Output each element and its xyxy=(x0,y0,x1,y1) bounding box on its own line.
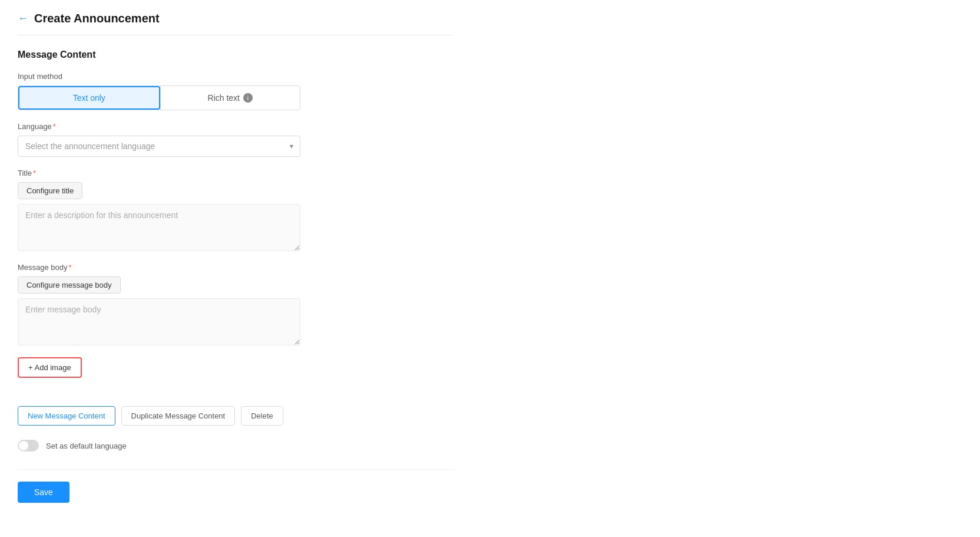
configure-message-body-button[interactable]: Configure message body xyxy=(18,276,121,294)
save-button[interactable]: Save xyxy=(18,482,69,503)
language-required-star: * xyxy=(53,122,56,131)
duplicate-message-content-button[interactable]: Duplicate Message Content xyxy=(121,406,236,426)
title-group: Title* Configure title xyxy=(18,169,453,251)
default-language-row: Set as default language xyxy=(18,440,453,452)
input-method-toggle: Text only Rich text i xyxy=(18,85,300,110)
add-image-button[interactable]: + Add image xyxy=(18,357,82,378)
rich-text-label: Rich text xyxy=(208,93,240,103)
delete-button[interactable]: Delete xyxy=(241,406,283,426)
rich-text-button[interactable]: Rich text i xyxy=(160,86,300,110)
language-label: Language* xyxy=(18,122,453,131)
input-method-group: Input method Text only Rich text i xyxy=(18,72,453,110)
configure-title-button[interactable]: Configure title xyxy=(18,182,82,199)
message-body-required-star: * xyxy=(69,263,72,272)
add-image-container: + Add image xyxy=(18,357,453,392)
input-method-label: Input method xyxy=(18,72,453,81)
language-select[interactable]: Select the announcement language xyxy=(18,136,300,157)
text-only-button[interactable]: Text only xyxy=(18,86,160,110)
rich-text-info-icon[interactable]: i xyxy=(243,93,253,103)
page-title: Create Announcement xyxy=(34,12,160,25)
default-language-label: Set as default language xyxy=(46,442,127,450)
back-button[interactable]: ← xyxy=(18,12,28,25)
title-textarea[interactable] xyxy=(18,204,300,251)
default-language-toggle[interactable] xyxy=(18,440,39,452)
section-divider xyxy=(18,469,453,470)
message-body-group: Message body* Configure message body xyxy=(18,263,453,345)
message-body-textarea[interactable] xyxy=(18,298,300,345)
new-message-content-button[interactable]: New Message Content xyxy=(18,406,115,426)
action-buttons-group: New Message Content Duplicate Message Co… xyxy=(18,406,453,426)
title-required-star: * xyxy=(33,169,36,177)
page-header: ← Create Announcement xyxy=(18,12,453,35)
message-body-label: Message body* xyxy=(18,263,453,272)
section-title: Message Content xyxy=(18,50,453,60)
language-group: Language* Select the announcement langua… xyxy=(18,122,453,157)
title-label: Title* xyxy=(18,169,453,177)
language-select-wrapper: Select the announcement language ▾ xyxy=(18,136,300,157)
back-arrow-icon: ← xyxy=(18,12,28,25)
message-content-section: Message Content Input method Text only R… xyxy=(18,50,453,503)
